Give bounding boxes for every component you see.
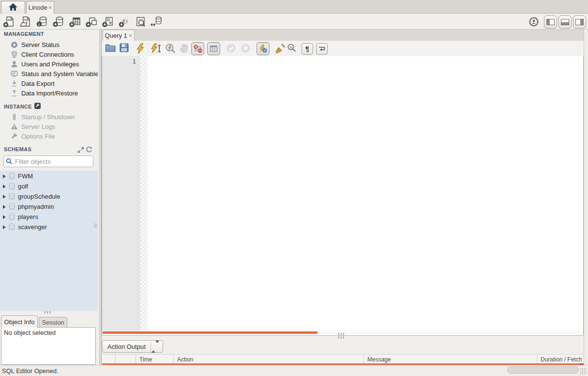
- column-index[interactable]: [116, 355, 136, 363]
- output-splitter-grip[interactable]: [338, 336, 344, 339]
- schema-row-scavenger[interactable]: scavenger: [0, 222, 98, 232]
- window-resize-grip[interactable]: [580, 368, 587, 375]
- main-toolbar: SQL SQL i f(): [0, 14, 588, 30]
- expander-triangle-icon[interactable]: [3, 174, 6, 178]
- invisibles-toggle[interactable]: ¶: [302, 43, 313, 55]
- schema-name: groupSchedule: [18, 193, 60, 200]
- output-selector-dropdown[interactable]: Action Output: [102, 340, 163, 353]
- connection-tab-linode[interactable]: Linode ×: [26, 1, 54, 14]
- sidebar-item-data-export[interactable]: Data Export: [0, 78, 98, 88]
- bottom-panel-icon: [561, 19, 569, 25]
- output-selector-value: Action Output: [107, 343, 146, 350]
- column-label: Time: [139, 356, 152, 363]
- sidebar-item-startup-shutdown[interactable]: Startup / Shutdown: [0, 112, 98, 122]
- sidebar-item-label: Server Status: [21, 41, 60, 48]
- column-status-icon[interactable]: [102, 355, 116, 363]
- panel-splitter-grip[interactable]: [94, 224, 97, 228]
- refresh-icon[interactable]: [86, 146, 92, 155]
- wrap-toggle[interactable]: [316, 43, 328, 55]
- open-sql-script-icon[interactable]: SQL: [19, 16, 32, 28]
- search-icon: [6, 158, 13, 165]
- statusbar-scrollbar-thumb[interactable]: [507, 366, 579, 374]
- tab-label: Object Info: [4, 318, 35, 326]
- search-data-icon[interactable]: [135, 16, 147, 28]
- connection-tab-close-icon[interactable]: ×: [48, 4, 52, 11]
- tab-session[interactable]: Session: [39, 317, 67, 328]
- sidebar-item-label: Users and Privileges: [21, 61, 79, 68]
- limit-rows-toggle[interactable]: [207, 42, 220, 55]
- column-label: Message: [367, 356, 391, 363]
- stop-icon[interactable]: [180, 43, 190, 55]
- new-sql-tab-icon[interactable]: SQL: [3, 16, 15, 28]
- sidebar-item-status-variables[interactable]: Status and System Variables: [0, 69, 98, 78]
- sidebar-item-server-status[interactable]: Server Status: [0, 40, 98, 49]
- column-action[interactable]: Action: [174, 355, 364, 363]
- tab-query-1[interactable]: Query 1 ×: [103, 30, 135, 41]
- management-section-header: MANAGEMENT: [4, 31, 44, 37]
- beautify-icon[interactable]: [274, 43, 286, 55]
- execute-icon[interactable]: [136, 43, 145, 56]
- stop-on-error-toggle[interactable]: [191, 42, 204, 55]
- expand-icon[interactable]: [77, 147, 84, 155]
- sidebar-item-client-connections[interactable]: Client Connections: [0, 49, 98, 59]
- expander-triangle-icon[interactable]: [3, 225, 6, 229]
- sidebar-splitter-grip[interactable]: [45, 311, 50, 313]
- schema-row-golf[interactable]: golf: [0, 181, 98, 191]
- tab-object-info[interactable]: Object Info: [1, 315, 38, 328]
- column-time[interactable]: Time: [136, 355, 174, 363]
- rollback-icon[interactable]: [241, 43, 251, 55]
- toggle-bottom-panel-button[interactable]: [558, 16, 572, 29]
- right-panel-icon: [575, 19, 584, 25]
- find-icon[interactable]: A: [287, 43, 297, 54]
- toggle-right-panel-button[interactable]: [573, 16, 586, 29]
- line-number: 1: [132, 58, 136, 65]
- sidebar-item-users-privileges[interactable]: Users and Privileges: [0, 59, 98, 69]
- assistant-badge-icon[interactable]: [528, 16, 541, 28]
- new-view-icon[interactable]: [85, 16, 98, 28]
- explain-icon[interactable]: [165, 43, 177, 56]
- sidebar-item-data-import[interactable]: Data Import/Restore: [0, 88, 98, 98]
- column-message[interactable]: Message: [364, 355, 537, 363]
- schema-row-fwm[interactable]: FWM: [0, 171, 98, 181]
- schema-filter-input[interactable]: [15, 158, 88, 165]
- commit-icon[interactable]: [226, 43, 236, 55]
- instance-title: INSTANCE: [4, 104, 32, 110]
- sidebar-item-server-logs[interactable]: Server Logs: [0, 122, 98, 131]
- sidebar-item-options-file[interactable]: Options File: [0, 131, 98, 141]
- wrap-icon: [318, 46, 326, 52]
- execute-current-icon[interactable]: [151, 43, 162, 56]
- query-tab-close-icon[interactable]: ×: [129, 32, 133, 39]
- new-procedure-icon[interactable]: [102, 16, 114, 28]
- open-script-icon[interactable]: [105, 43, 116, 54]
- spinner-arrows-icon: [151, 343, 159, 350]
- toggle-left-panel-button[interactable]: [544, 16, 557, 29]
- new-table-icon[interactable]: [69, 16, 81, 28]
- schema-row-groupschedule[interactable]: groupSchedule: [0, 191, 98, 202]
- home-tab[interactable]: [1, 1, 25, 14]
- expander-triangle-icon[interactable]: [3, 185, 6, 188]
- sql-editor-panel: 1: [102, 56, 584, 336]
- data-transfer-icon[interactable]: [150, 16, 163, 28]
- column-duration[interactable]: Duration / Fetch: [537, 355, 584, 363]
- schema-name: scavenger: [18, 223, 47, 231]
- schema-icon: [9, 213, 15, 220]
- schema-row-phpmyadmin[interactable]: phpmyadmin: [0, 202, 98, 212]
- schema-inspector-icon[interactable]: i: [36, 16, 48, 28]
- editor-hscrollbar-thumb[interactable]: [103, 331, 317, 334]
- output-splitter-grip[interactable]: [338, 333, 344, 335]
- expander-triangle-icon[interactable]: [3, 205, 6, 209]
- output-table-header: Time Action Message Duration / Fetch: [102, 354, 584, 363]
- editor-tab-bar: [102, 30, 588, 41]
- save-script-icon[interactable]: [120, 43, 129, 54]
- expander-triangle-icon[interactable]: [3, 195, 6, 199]
- home-icon: [8, 2, 18, 13]
- schema-name: players: [18, 213, 38, 220]
- schema-name: golf: [18, 183, 28, 190]
- new-function-icon[interactable]: f(): [118, 16, 131, 28]
- new-schema-icon[interactable]: [52, 16, 65, 28]
- schema-row-players[interactable]: players: [0, 212, 98, 222]
- sql-editor-area[interactable]: [148, 56, 583, 331]
- expander-triangle-icon[interactable]: [3, 215, 6, 219]
- autocommit-toggle[interactable]: [256, 42, 270, 55]
- left-panel-icon: [546, 19, 555, 25]
